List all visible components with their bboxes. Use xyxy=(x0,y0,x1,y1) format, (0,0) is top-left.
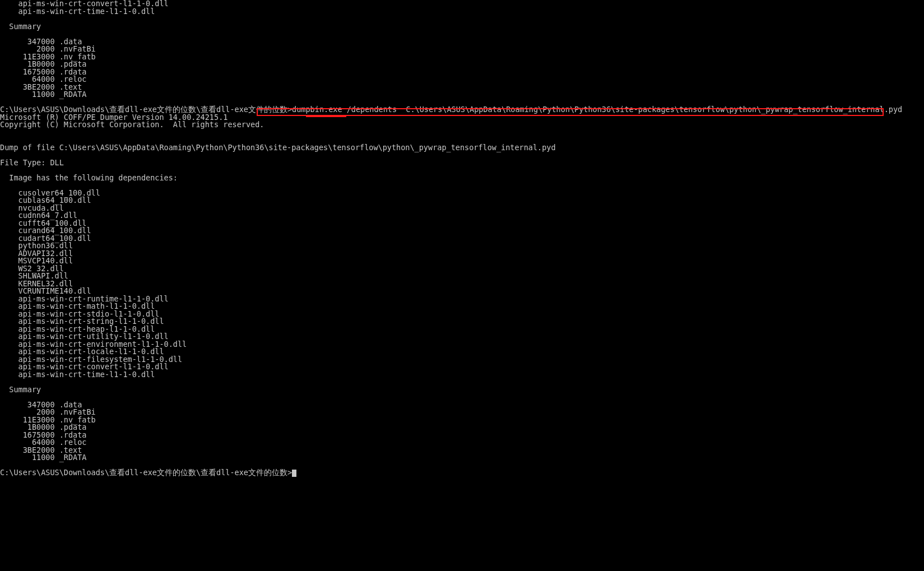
summary-row: 11000 _RDATA xyxy=(0,454,924,462)
dll-entry: SHLWAPI.dll xyxy=(0,272,924,280)
prompt: C:\Users\ASUS\Downloads\查看dll-exe文件的位数\查… xyxy=(0,468,292,477)
dll-entry: KERNEL32.dll xyxy=(0,280,924,288)
summary-row: 1675000 .rdata xyxy=(0,431,924,439)
blank xyxy=(0,30,924,38)
dll-entry: cufft64_100.dll xyxy=(0,220,924,228)
blank xyxy=(0,129,924,137)
cursor xyxy=(292,470,296,477)
summary-header: Summary xyxy=(0,386,924,394)
ms-copyright: Copyright (C) Microsoft Corporation. All… xyxy=(0,121,924,129)
dll-entry: cudart64_100.dll xyxy=(0,235,924,243)
dll-entry: WS2_32.dll xyxy=(0,265,924,273)
dll-entry: nvcuda.dll xyxy=(0,205,924,212)
summary-row: 2000 .nvFatBi xyxy=(0,408,924,416)
summary-row: 2000 .nvFatBi xyxy=(0,45,924,53)
summary-row: 11E3000 .nv_fatb xyxy=(0,53,924,61)
prompt-line[interactable]: C:\Users\ASUS\Downloads\查看dll-exe文件的位数\查… xyxy=(0,469,924,477)
dll-entry: cublas64_100.dll xyxy=(0,197,924,205)
dll-entry: python36.dll xyxy=(0,242,924,250)
blank xyxy=(0,15,924,23)
cmd-arg: C:\Users\ASUS\AppData\Roaming\Python\Pyt… xyxy=(397,105,902,114)
deps-header: Image has the following dependencies: xyxy=(0,174,924,182)
summary-row: 64000 .reloc xyxy=(0,439,924,447)
dll-entry: api-ms-win-crt-time-l1-1-0.dll xyxy=(0,8,924,16)
summary-row: 1B0000 .pdata xyxy=(0,61,924,68)
cmd-bin: dumpbin.exe xyxy=(292,105,347,114)
summary-row: 11000 _RDATA xyxy=(0,91,924,99)
dll-entry: cudnn64_7.dll xyxy=(0,212,924,220)
blank xyxy=(0,151,924,159)
summary-row: 1B0000 .pdata xyxy=(0,424,924,431)
summary-row: 1675000 .rdata xyxy=(0,68,924,76)
summary-row: 3BE2000 .text xyxy=(0,447,924,454)
dll-entry: ADVAPI32.dll xyxy=(0,250,924,258)
summary-header: Summary xyxy=(0,23,924,31)
blank xyxy=(0,182,924,189)
dll-entry: cusolver64_100.dll xyxy=(0,189,924,197)
dll-entry: curand64_100.dll xyxy=(0,227,924,235)
dump-of-file: Dump of file C:\Users\ASUS\AppData\Roami… xyxy=(0,144,924,152)
dll-entry: api-ms-win-crt-time-l1-1-0.dll xyxy=(0,371,924,379)
blank xyxy=(0,378,924,386)
dll-entry: MSVCP140.dll xyxy=(0,257,924,265)
summary-row: 347000 .data xyxy=(0,38,924,46)
cmd-flag: /dependents xyxy=(347,105,397,114)
summary-row: 64000 .reloc xyxy=(0,76,924,83)
summary-row: 11E3000 .nv_fatb xyxy=(0,416,924,424)
summary-row: 347000 .data xyxy=(0,401,924,409)
summary-row: 3BE2000 .text xyxy=(0,83,924,91)
file-type: File Type: DLL xyxy=(0,159,924,167)
terminal-output[interactable]: api-ms-win-crt-convert-l1-1-0.dll api-ms… xyxy=(0,0,924,477)
blank xyxy=(0,393,924,401)
